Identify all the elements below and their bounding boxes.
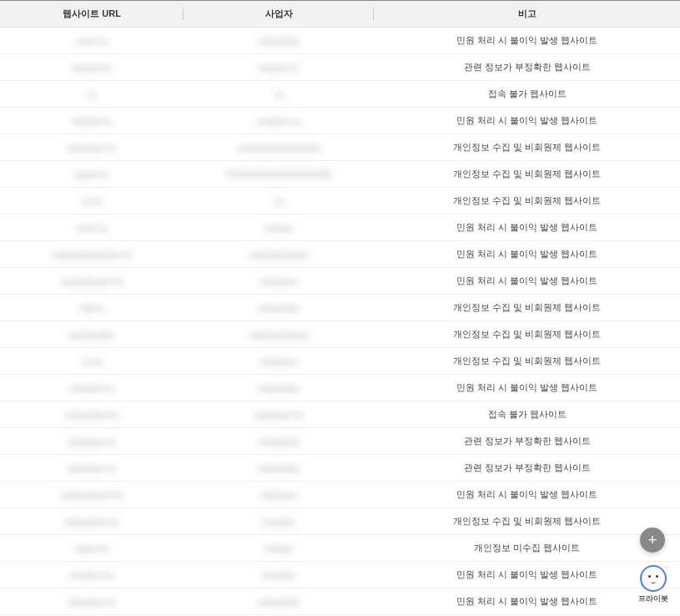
- redacted-url: xxxxx.xx: [74, 543, 109, 553]
- website-table-container: 웹사이트 URL 사업자 비고 xxxx.xxxxxxxxxxx민원 처리 시 …: [0, 0, 680, 616]
- table-row[interactable]: xx.xxxx개인정보 수집 및 비회원제 웹사이트: [0, 188, 680, 215]
- table-row[interactable]: xxxxxx.xxxxxxxxx.xx민원 처리 시 불이익 발생 웹사이트: [0, 108, 680, 134]
- redacted-operator: xxxxxxxx: [260, 356, 297, 366]
- cell-remark: 개인정보 수집 및 비회원제 웹사이트: [374, 348, 680, 375]
- redacted-operator: xxxxxxx: [263, 517, 295, 527]
- cell-remark: 관련 정보가 부정확한 웹사이트: [374, 455, 680, 482]
- table-row[interactable]: xxxxxxxxx.xxxxxxxxxx.xx접속 불가 웹사이트: [0, 401, 680, 428]
- redacted-operator: xxxxxxx.xx: [257, 116, 301, 126]
- table-row[interactable]: xxxx.xxxxxxxxxxx민원 처리 시 불이익 발생 웹사이트: [0, 28, 680, 54]
- table-row[interactable]: xxxxxxxx.xxxxxxxxxxx관련 정보가 부정확한 웹사이트: [0, 428, 680, 455]
- table-header-row: 웹사이트 URL 사업자 비고: [0, 1, 680, 28]
- redacted-operator: xxxxxxxxx: [258, 597, 300, 607]
- cell-url: xxxxxxxxxxx.xx: [0, 268, 184, 295]
- cell-remark: 민원 처리 시 불이익 발생 웹사이트: [374, 562, 680, 588]
- table-row[interactable]: xxxxxxx.xxxxxxxxx민원 처리 시 불이익 발생 웹사이트: [0, 562, 680, 588]
- cell-operator: xxxxxxxx: [184, 482, 374, 508]
- redacted-operator: xxxxxxxxx: [258, 463, 300, 473]
- redacted-operator: xxxxxxxxx: [258, 437, 300, 447]
- table-row[interactable]: xxxxxxxxxxxxxxxxxxxxxxx개인정보 수집 및 비회원제 웹사…: [0, 321, 680, 348]
- cell-remark: 개인정보 수집 및 비회원제 웹사이트: [374, 134, 680, 161]
- redacted-url: xx.xx: [81, 356, 102, 366]
- cell-operator: xxxxxxxx: [184, 268, 374, 295]
- cell-operator: xxxxxxxxx: [184, 428, 374, 455]
- chatbot-icon: ⋯: [640, 565, 667, 592]
- cell-remark: 개인정보 수집 및 비회원제 웹사이트: [374, 161, 680, 188]
- redacted-url: xxxxxxxxxxx.xx: [61, 490, 123, 500]
- redacted-url: xxxx.xx: [77, 36, 107, 46]
- redacted-url: xxxxxx.xx: [72, 116, 111, 126]
- redacted-url: xxxxxxxxxxxxxxx.xx: [52, 250, 133, 260]
- redacted-url: xxxxxxxxx.xx: [65, 517, 118, 527]
- table-row[interactable]: xxxxxxxx.xxxxxxxxxxx민원 처리 시 불이익 발생 웹사이트: [0, 588, 680, 615]
- cell-remark: 관련 정보가 부정확한 웹사이트: [374, 54, 680, 81]
- table-row[interactable]: xxxxxxx.xxxxxxxxxxx민원 처리 시 불이익 발생 웹사이트: [0, 375, 680, 401]
- redacted-url: xxxxx: [80, 303, 103, 313]
- cell-operator: xxxxxxxxx: [184, 295, 374, 321]
- redacted-operator: xxxxxxx: [263, 570, 295, 580]
- table-row[interactable]: xxxx접속 불가 웹사이트: [0, 81, 680, 108]
- redacted-operator: xxxxxxxxx: [258, 36, 300, 46]
- redacted-url: xxxxxxxx.xx: [68, 463, 116, 473]
- cell-operator: xxxxxx: [184, 215, 374, 241]
- table-row[interactable]: xxxxxxxxxxx.xxxxxxxxxx민원 처리 시 불이익 발생 웹사이…: [0, 268, 680, 295]
- table-row[interactable]: xxxxxxxxx.xxxxxxxxx개인정보 수집 및 비회원제 웹사이트: [0, 508, 680, 535]
- cell-url: xx: [0, 81, 184, 108]
- redacted-operator: xxxxxxxxxxxxxxxxxxxxx관: [226, 169, 332, 179]
- cell-remark: 관련 정보가 부정확한 웹사이트: [374, 428, 680, 455]
- cell-operator: xxxxxxxxx: [184, 375, 374, 401]
- redacted-operator: xxxxxxxxx: [258, 303, 300, 313]
- cell-remark: 민원 처리 시 불이익 발생 웹사이트: [374, 588, 680, 615]
- redacted-operator: xxxxxxxx.xx: [254, 410, 303, 420]
- table-row[interactable]: xxxxxx.xxxxxxxx.xx관련 정보가 부정확한 웹사이트: [0, 54, 680, 81]
- redacted-operator: xxxxxxxxx: [258, 383, 300, 393]
- cell-remark: 민원 처리 시 불이익 발생 웹사이트: [374, 375, 680, 401]
- cell-remark: 민원 처리 시 불이익 발생 웹사이트: [374, 28, 680, 54]
- cell-remark: 접속 불가 웹사이트: [374, 81, 680, 108]
- cell-remark: 개인정보 수집 및 비회원제 웹사이트: [374, 321, 680, 348]
- header-operator[interactable]: 사업자: [184, 1, 374, 28]
- header-url[interactable]: 웹사이트 URL: [0, 1, 184, 28]
- cell-operator: xxxxxxxxxxxxx: [184, 241, 374, 268]
- table-row[interactable]: xxxxxxxxxxxxxx개인정보 수집 및 비회원제 웹사이트: [0, 295, 680, 321]
- cell-url: xxxxxxx.xx: [0, 562, 184, 588]
- cell-remark: 접속 불가 웹사이트: [374, 401, 680, 428]
- add-button[interactable]: +: [640, 528, 665, 553]
- cell-operator: xxxxxx.xx: [184, 54, 374, 81]
- table-row[interactable]: xxxxx.xxxxxxxxxxxxxxxxxxxxxxx관개인정보 수집 및 …: [0, 161, 680, 188]
- cell-url: xxxx.xx: [0, 215, 184, 241]
- cell-operator: xx: [184, 81, 374, 108]
- redacted-operator: xx: [275, 196, 284, 206]
- cell-url: xx.xx: [0, 188, 184, 215]
- table-row[interactable]: xx.xxxxxxxxxx개인정보 수집 및 비회원제 웹사이트: [0, 348, 680, 375]
- redacted-url: xxxxxxxxx.xx: [65, 410, 118, 420]
- redacted-url: xx: [88, 89, 97, 99]
- cell-url: xxxxxxxxxx: [0, 321, 184, 348]
- redacted-url: xxxxx.xx: [74, 169, 109, 179]
- table-row[interactable]: xxxxxxxxxxx.xxxxxxxxxx민원 처리 시 불이익 발생 웹사이…: [0, 482, 680, 508]
- chatbot-face: [646, 571, 661, 586]
- table-row[interactable]: xxxxx.xxxxxxxx개인정보 미수집 웹사이트: [0, 535, 680, 562]
- table-row[interactable]: xxxxxxxxxxxxxxx.xxxxxxxxxxxxxxx민원 처리 시 불…: [0, 241, 680, 268]
- cell-url: xx.xx: [0, 348, 184, 375]
- chat-widget[interactable]: ⋯ 프라이봇: [638, 565, 668, 604]
- table-row[interactable]: xxxx.xxxxxxxx민원 처리 시 불이익 발생 웹사이트: [0, 215, 680, 241]
- header-remark[interactable]: 비고: [374, 1, 680, 28]
- cell-url: xxxxx.xx: [0, 161, 184, 188]
- cell-url: xxxxxxxxx.xx: [0, 508, 184, 535]
- cell-url: xxxx.xx: [0, 28, 184, 54]
- cell-remark: 개인정보 수집 및 비회원제 웹사이트: [374, 295, 680, 321]
- cell-operator: xxxxxxxx: [184, 348, 374, 375]
- cell-operator: xxxxxxxx.xx: [184, 401, 374, 428]
- redacted-operator: xxxxxxxxxxxxx: [249, 250, 309, 260]
- redacted-operator: xxxxxxxxxxxxxxxxxx: [238, 143, 320, 153]
- cell-url: xxxxxxxx.xx: [0, 134, 184, 161]
- redacted-operator: xxxxxxxxxxxxx: [249, 330, 309, 340]
- cell-remark: 개인정보 수집 및 비회원제 웹사이트: [374, 188, 680, 215]
- cell-url: xxxxxxx.xx: [0, 375, 184, 401]
- table-row[interactable]: xxxxxxxx.xxxxxxxxxxx관련 정보가 부정확한 웹사이트: [0, 455, 680, 482]
- redacted-url: xxxxxxx.xx: [70, 570, 114, 580]
- table-row[interactable]: xxxxxxxx.xxxxxxxxxxxxxxxxxxxx개인정보 수집 및 비…: [0, 134, 680, 161]
- redacted-operator: xx: [275, 89, 284, 99]
- cell-url: xxxxxx.xx: [0, 54, 184, 81]
